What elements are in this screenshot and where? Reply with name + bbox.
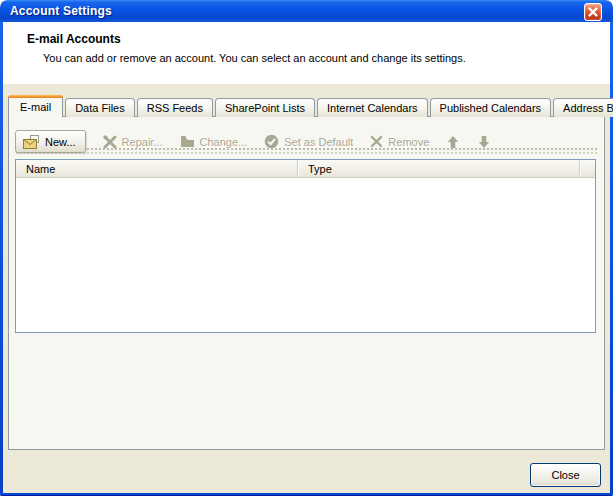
close-button[interactable]: Close [530,463,601,487]
close-icon [587,6,599,18]
tab-published-calendars[interactable]: Published Calendars [430,98,552,117]
tab-rss-feeds[interactable]: RSS Feeds [137,98,213,117]
tab-address-books[interactable]: Address Books [553,98,613,117]
header-band: E-mail Accounts You can add or remove an… [3,22,610,84]
tab-data-files[interactable]: Data Files [65,98,135,117]
repair-button-label: Repair... [122,136,163,148]
window-border-left [0,22,3,496]
change-button-label: Change... [200,136,248,148]
accounts-list-body[interactable] [16,178,595,332]
page-description: You can add or remove an account. You ca… [43,52,466,64]
column-header-name[interactable]: Name [16,160,297,177]
tab-strip: E-mail Data Files RSS Feeds SharePoint L… [8,95,613,117]
close-window-button[interactable] [584,3,602,21]
account-settings-dialog: Account Settings E-mail Accounts You can… [0,0,613,496]
set-as-default-button[interactable]: Set as Default [264,134,353,149]
accounts-toolbar: New... Repair... Change... [15,129,491,154]
tab-sharepoint-lists[interactable]: SharePoint Lists [215,98,315,117]
email-tab-page: New... Repair... Change... [8,116,605,450]
arrow-up-icon [446,135,460,149]
new-button-label: New... [45,136,76,148]
repair-button[interactable]: Repair... [103,135,163,149]
list-header: Name Type [16,160,595,178]
window-title: Account Settings [10,4,112,18]
tab-email[interactable]: E-mail [8,95,63,117]
page-title: E-mail Accounts [27,32,121,46]
titlebar[interactable]: Account Settings [0,0,613,22]
column-header-type[interactable]: Type [297,160,579,177]
remove-x-icon [370,135,383,148]
change-folder-icon [180,135,195,148]
set-default-check-icon [264,134,279,149]
new-account-button[interactable]: New... [15,130,86,153]
column-header-stub [579,160,595,177]
repair-tools-icon [103,135,117,149]
accounts-list: Name Type [15,159,596,333]
remove-button-label: Remove [388,136,429,148]
move-up-button[interactable] [446,135,460,149]
set-default-button-label: Set as Default [284,136,353,148]
change-button[interactable]: Change... [180,135,248,148]
arrow-down-icon [477,135,491,149]
tab-internet-calendars[interactable]: Internet Calendars [317,98,428,117]
move-down-button[interactable] [477,135,491,149]
new-mail-icon [22,135,40,149]
close-button-label: Close [551,469,579,481]
remove-button[interactable]: Remove [370,135,429,148]
